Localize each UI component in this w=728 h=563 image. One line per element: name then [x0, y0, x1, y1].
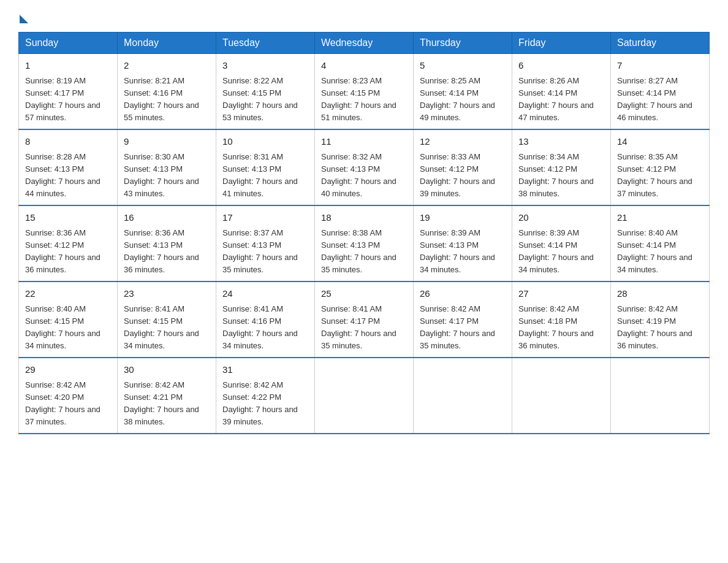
empty-cell — [512, 358, 611, 434]
day-header-wednesday: Wednesday — [315, 33, 414, 54]
day-cell-26: 26 Sunrise: 8:42 AMSunset: 4:17 PMDaylig… — [414, 282, 512, 358]
day-header-saturday: Saturday — [611, 33, 710, 54]
day-header-thursday: Thursday — [414, 33, 512, 54]
week-row-4: 22 Sunrise: 8:40 AMSunset: 4:15 PMDaylig… — [19, 282, 710, 358]
day-info: Sunrise: 8:34 AMSunset: 4:12 PMDaylight:… — [518, 152, 594, 198]
day-cell-19: 19 Sunrise: 8:39 AMSunset: 4:13 PMDaylig… — [414, 205, 512, 282]
day-number: 28 — [617, 287, 703, 301]
day-cell-5: 5 Sunrise: 8:25 AMSunset: 4:14 PMDayligh… — [414, 54, 512, 130]
day-info: Sunrise: 8:27 AMSunset: 4:14 PMDaylight:… — [617, 76, 692, 122]
logo-triangle-icon — [20, 15, 28, 23]
day-header-sunday: Sunday — [19, 33, 118, 54]
calendar-table: SundayMondayTuesdayWednesdayThursdayFrid… — [18, 32, 710, 434]
day-number: 16 — [124, 211, 210, 225]
day-info: Sunrise: 8:40 AMSunset: 4:14 PMDaylight:… — [617, 228, 692, 274]
day-info: Sunrise: 8:42 AMSunset: 4:19 PMDaylight:… — [617, 304, 692, 350]
day-number: 12 — [420, 135, 506, 149]
day-number: 24 — [222, 287, 308, 301]
empty-cell — [414, 358, 512, 434]
day-cell-1: 1 Sunrise: 8:19 AMSunset: 4:17 PMDayligh… — [19, 54, 118, 130]
day-cell-18: 18 Sunrise: 8:38 AMSunset: 4:13 PMDaylig… — [315, 205, 414, 282]
day-info: Sunrise: 8:32 AMSunset: 4:13 PMDaylight:… — [321, 152, 396, 198]
day-cell-7: 7 Sunrise: 8:27 AMSunset: 4:14 PMDayligh… — [611, 54, 710, 130]
day-cell-9: 9 Sunrise: 8:30 AMSunset: 4:13 PMDayligh… — [118, 129, 216, 205]
day-number: 29 — [25, 363, 111, 377]
day-cell-28: 28 Sunrise: 8:42 AMSunset: 4:19 PMDaylig… — [611, 282, 710, 358]
day-cell-30: 30 Sunrise: 8:42 AMSunset: 4:21 PMDaylig… — [118, 358, 216, 434]
day-info: Sunrise: 8:25 AMSunset: 4:14 PMDaylight:… — [420, 76, 495, 122]
day-number: 26 — [420, 287, 506, 301]
day-cell-16: 16 Sunrise: 8:36 AMSunset: 4:13 PMDaylig… — [118, 205, 216, 282]
day-number: 31 — [222, 363, 308, 377]
day-cell-22: 22 Sunrise: 8:40 AMSunset: 4:15 PMDaylig… — [19, 282, 118, 358]
day-info: Sunrise: 8:36 AMSunset: 4:13 PMDaylight:… — [124, 228, 199, 274]
day-info: Sunrise: 8:38 AMSunset: 4:13 PMDaylight:… — [321, 228, 396, 274]
day-info: Sunrise: 8:42 AMSunset: 4:20 PMDaylight:… — [25, 380, 100, 426]
week-row-1: 1 Sunrise: 8:19 AMSunset: 4:17 PMDayligh… — [19, 54, 710, 130]
day-info: Sunrise: 8:37 AMSunset: 4:13 PMDaylight:… — [222, 228, 298, 274]
day-info: Sunrise: 8:33 AMSunset: 4:12 PMDaylight:… — [420, 152, 495, 198]
day-number: 11 — [321, 135, 407, 149]
day-number: 18 — [321, 211, 407, 225]
day-info: Sunrise: 8:31 AMSunset: 4:13 PMDaylight:… — [222, 152, 298, 198]
day-number: 3 — [222, 59, 308, 73]
day-cell-13: 13 Sunrise: 8:34 AMSunset: 4:12 PMDaylig… — [512, 129, 611, 205]
day-number: 4 — [321, 59, 407, 73]
day-number: 8 — [25, 135, 111, 149]
day-cell-15: 15 Sunrise: 8:36 AMSunset: 4:12 PMDaylig… — [19, 205, 118, 282]
day-number: 14 — [617, 135, 703, 149]
day-number: 7 — [617, 59, 703, 73]
day-info: Sunrise: 8:28 AMSunset: 4:13 PMDaylight:… — [25, 152, 100, 198]
day-cell-31: 31 Sunrise: 8:42 AMSunset: 4:22 PMDaylig… — [216, 358, 315, 434]
day-number: 27 — [518, 287, 604, 301]
day-header-monday: Monday — [118, 33, 216, 54]
day-info: Sunrise: 8:41 AMSunset: 4:16 PMDaylight:… — [222, 304, 298, 350]
day-number: 15 — [25, 211, 111, 225]
day-cell-14: 14 Sunrise: 8:35 AMSunset: 4:12 PMDaylig… — [611, 129, 710, 205]
day-info: Sunrise: 8:41 AMSunset: 4:15 PMDaylight:… — [124, 304, 199, 350]
day-cell-3: 3 Sunrise: 8:22 AMSunset: 4:15 PMDayligh… — [216, 54, 315, 130]
day-info: Sunrise: 8:30 AMSunset: 4:13 PMDaylight:… — [124, 152, 199, 198]
empty-cell — [611, 358, 710, 434]
day-number: 1 — [25, 59, 111, 73]
day-cell-24: 24 Sunrise: 8:41 AMSunset: 4:16 PMDaylig… — [216, 282, 315, 358]
day-info: Sunrise: 8:42 AMSunset: 4:21 PMDaylight:… — [124, 380, 199, 426]
day-cell-27: 27 Sunrise: 8:42 AMSunset: 4:18 PMDaylig… — [512, 282, 611, 358]
day-cell-6: 6 Sunrise: 8:26 AMSunset: 4:14 PMDayligh… — [512, 54, 611, 130]
day-info: Sunrise: 8:23 AMSunset: 4:15 PMDaylight:… — [321, 76, 396, 122]
day-info: Sunrise: 8:35 AMSunset: 4:12 PMDaylight:… — [617, 152, 692, 198]
day-cell-12: 12 Sunrise: 8:33 AMSunset: 4:12 PMDaylig… — [414, 129, 512, 205]
day-info: Sunrise: 8:42 AMSunset: 4:22 PMDaylight:… — [222, 380, 298, 426]
header-row: SundayMondayTuesdayWednesdayThursdayFrid… — [19, 33, 710, 54]
week-row-2: 8 Sunrise: 8:28 AMSunset: 4:13 PMDayligh… — [19, 129, 710, 205]
day-cell-2: 2 Sunrise: 8:21 AMSunset: 4:16 PMDayligh… — [118, 54, 216, 130]
day-info: Sunrise: 8:36 AMSunset: 4:12 PMDaylight:… — [25, 228, 100, 274]
day-info: Sunrise: 8:42 AMSunset: 4:18 PMDaylight:… — [518, 304, 594, 350]
day-info: Sunrise: 8:22 AMSunset: 4:15 PMDaylight:… — [222, 76, 298, 122]
header — [18, 12, 710, 21]
day-info: Sunrise: 8:39 AMSunset: 4:14 PMDaylight:… — [518, 228, 594, 274]
day-number: 9 — [124, 135, 210, 149]
day-info: Sunrise: 8:19 AMSunset: 4:17 PMDaylight:… — [25, 76, 100, 122]
week-row-5: 29 Sunrise: 8:42 AMSunset: 4:20 PMDaylig… — [19, 358, 710, 434]
logo — [18, 12, 28, 21]
day-info: Sunrise: 8:21 AMSunset: 4:16 PMDaylight:… — [124, 76, 199, 122]
day-cell-29: 29 Sunrise: 8:42 AMSunset: 4:20 PMDaylig… — [19, 358, 118, 434]
day-number: 25 — [321, 287, 407, 301]
day-cell-10: 10 Sunrise: 8:31 AMSunset: 4:13 PMDaylig… — [216, 129, 315, 205]
day-cell-8: 8 Sunrise: 8:28 AMSunset: 4:13 PMDayligh… — [19, 129, 118, 205]
day-info: Sunrise: 8:41 AMSunset: 4:17 PMDaylight:… — [321, 304, 396, 350]
day-cell-17: 17 Sunrise: 8:37 AMSunset: 4:13 PMDaylig… — [216, 205, 315, 282]
day-number: 23 — [124, 287, 210, 301]
week-row-3: 15 Sunrise: 8:36 AMSunset: 4:12 PMDaylig… — [19, 205, 710, 282]
day-info: Sunrise: 8:39 AMSunset: 4:13 PMDaylight:… — [420, 228, 495, 274]
day-number: 2 — [124, 59, 210, 73]
day-number: 20 — [518, 211, 604, 225]
day-number: 17 — [222, 211, 308, 225]
day-cell-25: 25 Sunrise: 8:41 AMSunset: 4:17 PMDaylig… — [315, 282, 414, 358]
day-cell-23: 23 Sunrise: 8:41 AMSunset: 4:15 PMDaylig… — [118, 282, 216, 358]
day-header-friday: Friday — [512, 33, 611, 54]
day-number: 19 — [420, 211, 506, 225]
day-info: Sunrise: 8:40 AMSunset: 4:15 PMDaylight:… — [25, 304, 100, 350]
day-number: 6 — [518, 59, 604, 73]
